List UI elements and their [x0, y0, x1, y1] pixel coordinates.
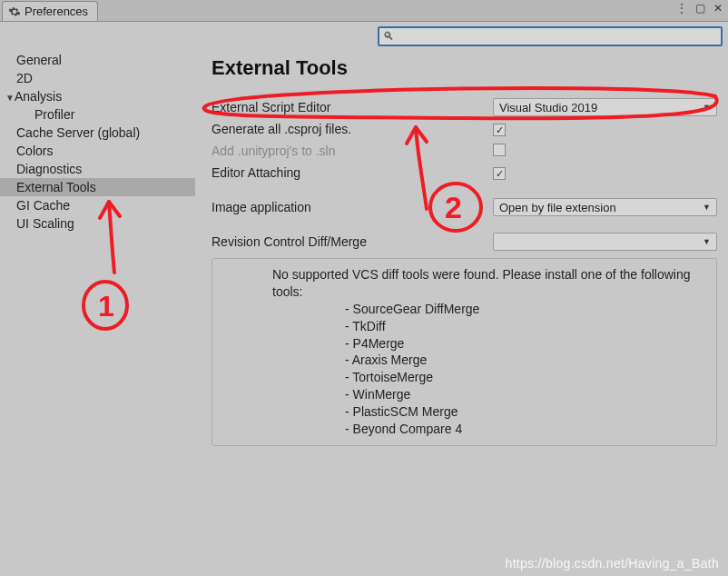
main-panel: External Tools External Script Editor Vi… — [195, 47, 728, 576]
image-application-dropdown[interactable]: Open by file extension ▼ — [493, 198, 717, 216]
sidebar-item-label: GI Cache — [16, 198, 70, 213]
vcs-info-box: No supported VCS diff tools were found. … — [212, 258, 717, 446]
external-script-editor-label: External Script Editor — [212, 100, 493, 114]
dropdown-value: Open by file extension — [499, 201, 616, 214]
context-menu-icon[interactable]: ⋮ — [675, 2, 688, 15]
page-title: External Tools — [212, 56, 717, 80]
editor-attaching-checkbox[interactable]: ✓ — [493, 167, 506, 180]
editor-attaching-label: Editor Attaching — [212, 165, 493, 180]
list-item: Araxis Merge — [345, 352, 703, 369]
maximize-icon[interactable]: ▢ — [694, 2, 706, 15]
sidebar-item-label: 2D — [16, 71, 33, 85]
sidebar-item-label: Analysis — [15, 89, 62, 104]
row-add-unityproj: Add .unityproj's to .sln — [212, 140, 717, 162]
tab-preferences[interactable]: Preferences — [2, 1, 98, 21]
revision-control-dropdown[interactable]: ▼ — [493, 233, 717, 251]
add-unityproj-checkbox — [493, 144, 506, 156]
chevron-down-icon: ▼ — [5, 89, 15, 107]
row-image-application: Image application Open by file extension… — [212, 196, 717, 218]
list-item: SourceGear DiffMerge — [345, 301, 703, 318]
sidebar-item-label: Colors — [16, 144, 53, 158]
sidebar-item-colors[interactable]: Colors — [0, 142, 195, 160]
list-item: PlasticSCM Merge — [345, 403, 703, 421]
sidebar: General 2D ▼Analysis Profiler Cache Serv… — [0, 47, 195, 576]
chevron-down-icon: ▼ — [703, 103, 711, 112]
preferences-window: Preferences ⋮ ▢ ✕ 🔍︎ General 2D ▼Analysi… — [0, 0, 728, 576]
list-item: TkDiff — [345, 318, 703, 335]
chevron-down-icon: ▼ — [703, 237, 711, 246]
sidebar-item-profiler[interactable]: Profiler — [0, 105, 195, 124]
sidebar-item-label: Cache Server (global) — [16, 125, 140, 140]
sidebar-item-label: UI Scaling — [16, 216, 74, 231]
sidebar-item-diagnostics[interactable]: Diagnostics — [0, 160, 195, 178]
list-item: TortoiseMerge — [345, 369, 703, 386]
dropdown-value: Visual Studio 2019 — [499, 101, 597, 114]
sidebar-item-ui-scaling[interactable]: UI Scaling — [0, 214, 195, 233]
sidebar-item-2d[interactable]: 2D — [0, 69, 195, 87]
sidebar-item-external-tools[interactable]: External Tools — [0, 178, 195, 196]
sidebar-item-label: External Tools — [16, 180, 96, 194]
sidebar-item-analysis[interactable]: ▼Analysis — [0, 87, 195, 105]
tab-bar: Preferences ⋮ ▢ ✕ — [0, 0, 728, 22]
row-external-script-editor: External Script Editor Visual Studio 201… — [212, 96, 717, 118]
search-icon: 🔍︎ — [383, 30, 394, 43]
gear-icon — [8, 5, 21, 18]
close-icon[interactable]: ✕ — [712, 2, 724, 15]
row-editor-attaching: Editor Attaching ✓ — [212, 162, 717, 184]
sidebar-item-label: Diagnostics — [16, 162, 82, 176]
external-script-editor-dropdown[interactable]: Visual Studio 2019 ▼ — [493, 98, 717, 116]
sidebar-item-label: General — [16, 53, 62, 67]
list-item: WinMerge — [345, 386, 703, 403]
chevron-down-icon: ▼ — [703, 203, 711, 212]
add-unityproj-label: Add .unityproj's to .sln — [212, 144, 493, 158]
row-revision-control: Revision Control Diff/Merge ▼ — [212, 231, 717, 253]
search-box[interactable]: 🔍︎ — [378, 26, 723, 46]
sidebar-item-label: Profiler — [34, 107, 74, 122]
vcs-tools-list: SourceGear DiffMerge TkDiff P4Merge Arax… — [225, 301, 703, 438]
vcs-info-message: No supported VCS diff tools were found. … — [225, 266, 703, 301]
search-input[interactable] — [398, 30, 717, 43]
list-item: P4Merge — [345, 335, 703, 353]
sidebar-item-general[interactable]: General — [0, 51, 195, 69]
list-item: Beyond Compare 4 — [345, 421, 703, 438]
sidebar-item-gi-cache[interactable]: GI Cache — [0, 196, 195, 214]
content: General 2D ▼Analysis Profiler Cache Serv… — [0, 47, 728, 576]
generate-csproj-label: Generate all .csproj files. — [212, 122, 493, 136]
tab-label: Preferences — [25, 5, 88, 18]
search-row: 🔍︎ — [0, 22, 728, 47]
sidebar-item-cache-server[interactable]: Cache Server (global) — [0, 124, 195, 142]
revision-control-label: Revision Control Diff/Merge — [212, 234, 493, 249]
image-application-label: Image application — [212, 200, 493, 214]
watermark: https://blog.csdn.net/Having_a_Bath — [506, 556, 719, 571]
generate-csproj-checkbox[interactable]: ✓ — [493, 124, 506, 136]
window-controls: ⋮ ▢ ✕ — [675, 2, 724, 15]
row-generate-csproj: Generate all .csproj files. ✓ — [212, 118, 717, 140]
